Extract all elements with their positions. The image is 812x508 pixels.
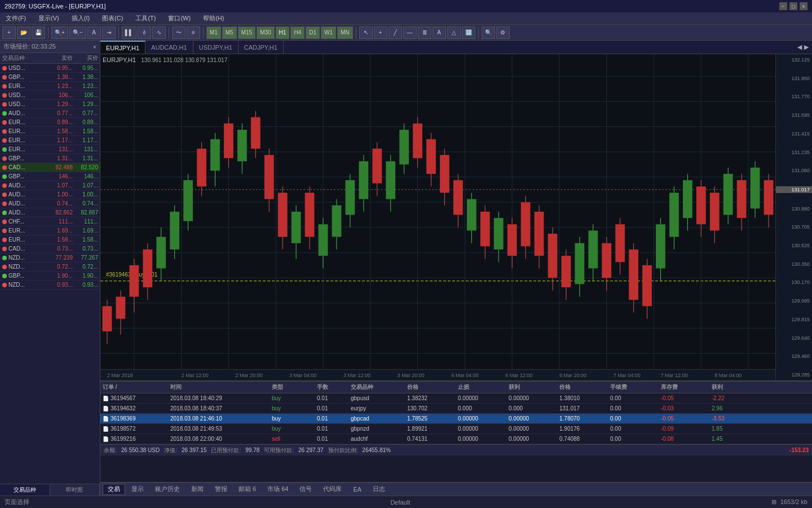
tab-eurjpy[interactable]: EURJPY,H1 <box>100 41 145 54</box>
tb-chart-line[interactable]: ∿ <box>152 27 166 39</box>
tb-w1[interactable]: W1 <box>321 27 336 39</box>
tb-m1[interactable]: M1 <box>206 27 221 39</box>
list-item[interactable]: EUR... 0.89... 0.89... <box>0 118 100 127</box>
table-row[interactable]: 📄 36194632 2018.03.08 18:40:37 buy 0.01 … <box>100 404 812 414</box>
tab-journal[interactable]: 日志 <box>368 484 390 495</box>
list-item-cad[interactable]: CAD... 82.488 82.520 <box>0 163 100 172</box>
tab-cadjpy[interactable]: CADJPY,H1 <box>239 41 284 54</box>
tab-realtime-chart[interactable]: 即时图 <box>50 484 100 496</box>
list-item[interactable]: EUR... 1.58... 1.58... <box>0 127 100 136</box>
table-row[interactable]: 📄 36194567 2018.03.08 18:40:29 buy 0.01 … <box>100 393 812 404</box>
menu-view[interactable]: 显示(V) <box>35 13 63 24</box>
tb-indicator[interactable]: 〜 <box>172 27 186 39</box>
tb-chart-candle[interactable]: 🕯 <box>138 27 151 39</box>
menu-insert[interactable]: 插入(I) <box>68 13 93 24</box>
table-row-selected[interactable]: 📄 36198369 2018.03.08 21:46:10 buy 0.01 … <box>100 414 812 424</box>
minimize-button[interactable]: − <box>779 2 787 10</box>
price-level: 130.705 <box>776 224 812 230</box>
tb-settings[interactable]: ⚙ <box>496 27 510 39</box>
list-item[interactable]: EUR... 131... 131... <box>0 145 100 154</box>
tb-auto[interactable]: A <box>87 27 101 39</box>
tab-display[interactable]: 显示 <box>126 484 149 495</box>
table-row[interactable]: 📄 36199216 2018.03.08 22:00:40 sell 0.01… <box>100 434 812 444</box>
tb-more-tools[interactable]: ≣ <box>418 27 431 39</box>
chart-scroll-left[interactable]: ◀ <box>796 42 803 52</box>
list-item[interactable]: CHF... 111... 111... <box>0 217 100 226</box>
tab-trade[interactable]: 交易 <box>103 484 125 495</box>
tb-m30[interactable]: M30 <box>257 27 274 39</box>
symbol-icon <box>2 283 7 287</box>
close-button[interactable]: × <box>800 2 807 10</box>
tab-account-history[interactable]: 账户历史 <box>150 484 185 495</box>
list-item[interactable]: USD... 106... 106... <box>0 91 100 100</box>
tb-save[interactable]: 💾 <box>32 27 45 39</box>
equity-value: 26 397.15 <box>182 447 207 453</box>
list-item[interactable]: GBP... 1.38... 1.38... <box>0 73 100 82</box>
tab-market[interactable]: 市场 64 <box>262 484 293 495</box>
tb-new[interactable]: + <box>2 27 16 39</box>
menu-file[interactable]: 文件(F) <box>2 13 29 24</box>
tb-scroll[interactable]: ⇥ <box>102 27 116 39</box>
list-item[interactable]: AUD... 1.00... 1.00... <box>0 190 100 199</box>
tb-line[interactable]: ╱ <box>389 27 402 39</box>
tab-alerts[interactable]: 警报 <box>210 484 232 495</box>
tab-signals[interactable]: 信号 <box>294 484 317 495</box>
list-item[interactable]: NZD... 0.72... 0.72... <box>0 262 100 271</box>
list-item[interactable]: AUD... 82.862 82.887 <box>0 208 100 217</box>
menu-tools[interactable]: 工具(T) <box>132 13 159 24</box>
tb-shapes[interactable]: △ <box>447 27 461 39</box>
tb-search[interactable]: 🔍 <box>482 27 495 39</box>
list-item[interactable]: EUR... 1.17... 1.17... <box>0 136 100 145</box>
table-row[interactable]: 📄 36198572 2018.03.08 21:49:53 buy 0.01 … <box>100 424 812 434</box>
tb-crosshair[interactable]: + <box>374 27 387 39</box>
list-item[interactable]: EUR... 1.69... 1.69... <box>0 226 100 235</box>
tab-usdjpy[interactable]: USDJPY,H1 <box>193 41 239 54</box>
list-item[interactable]: AUD... 0.77... 0.77... <box>0 109 100 118</box>
tab-trading-symbols[interactable]: 交易品种 <box>0 484 50 496</box>
maximize-button[interactable]: □ <box>789 2 797 10</box>
tb-chart-bar[interactable]: ▌▌ <box>122 27 136 39</box>
tb-cursor[interactable]: ↖ <box>359 27 373 39</box>
list-item[interactable]: NZD... 77.239 77.267 <box>0 253 100 262</box>
tb-mn[interactable]: MN <box>337 27 353 39</box>
tb-h1[interactable]: H1 <box>276 27 290 39</box>
tab-ea[interactable]: EA <box>348 484 367 495</box>
menu-chart[interactable]: 图表(C) <box>99 13 126 24</box>
list-item[interactable]: EUR... 1.58... 1.58... <box>0 235 100 244</box>
svg-rect-57 <box>278 193 288 237</box>
tb-m15[interactable]: M15 <box>238 27 255 39</box>
tb-zoom-in[interactable]: 🔍+ <box>51 27 68 39</box>
tb-hline[interactable]: — <box>403 27 417 39</box>
list-item[interactable]: AUD... 0.74... 0.74... <box>0 199 100 208</box>
margin-level-value: 26455.81% <box>362 447 391 453</box>
tb-fibo[interactable]: 🔢 <box>462 27 475 39</box>
tb-template[interactable]: ≡ <box>187 27 200 39</box>
list-item[interactable]: GBP... 146... 146... <box>0 172 100 181</box>
bottom-tabs: 交易 显示 账户历史 新闻 警报 邮箱 6 市场 64 信号 代码库 EA 日志 <box>100 482 812 496</box>
tab-news[interactable]: 新闻 <box>186 484 209 495</box>
tab-code-library[interactable]: 代码库 <box>318 484 347 495</box>
market-watch-close[interactable]: × <box>93 43 96 50</box>
tb-open[interactable]: 📂 <box>17 27 30 39</box>
list-item[interactable]: AUD... 1.07... 1.07... <box>0 181 100 190</box>
list-item[interactable]: NZD... 0.93... 0.93... <box>0 281 100 290</box>
menu-window[interactable]: 窗口(W) <box>165 13 194 24</box>
chart-main-area[interactable]: EURJPY,H1 130.961 131.028 130.879 131.01… <box>100 54 812 380</box>
list-item[interactable]: CAD... 0.73... 0.73... <box>0 244 100 253</box>
tab-mailbox[interactable]: 邮箱 6 <box>233 484 261 495</box>
page-selector-label: 页面选择 <box>5 498 29 506</box>
list-item[interactable]: USD... 0.95... 0.95... <box>0 64 100 73</box>
col-bid: 卖价 <box>47 54 73 62</box>
menu-help[interactable]: 帮助(H) <box>200 13 227 24</box>
tb-zoom-out[interactable]: 🔍− <box>69 27 86 39</box>
list-item[interactable]: GBP... 1.31... 1.31... <box>0 154 100 163</box>
tb-m5[interactable]: M5 <box>222 27 237 39</box>
tb-text[interactable]: A <box>433 27 446 39</box>
tab-audcad[interactable]: AUDCAD,H1 <box>145 41 193 54</box>
tb-d1[interactable]: D1 <box>306 27 320 39</box>
list-item[interactable]: EUR... 1.23... 1.23... <box>0 82 100 91</box>
list-item[interactable]: USD... 1.29... 1.29... <box>0 100 100 109</box>
tb-h4[interactable]: H4 <box>290 27 304 39</box>
list-item[interactable]: GBP... 1.90... 1.90... <box>0 271 100 281</box>
chart-scroll-right[interactable]: ▶ <box>803 42 810 52</box>
